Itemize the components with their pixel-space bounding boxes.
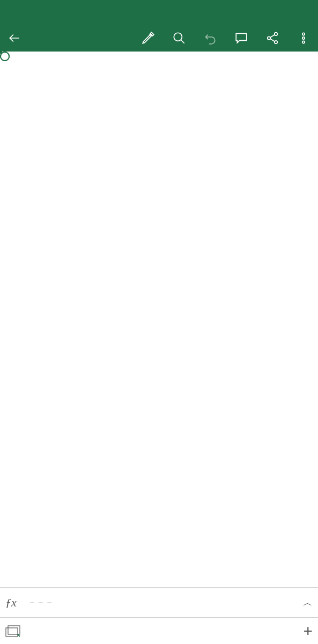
- title-bar: [0, 0, 318, 25]
- sheet-tab-bar: +: [0, 617, 318, 644]
- undo-icon[interactable]: [202, 30, 218, 46]
- comment-icon[interactable]: [233, 30, 249, 46]
- svg-rect-7: [6, 628, 18, 636]
- selection-box: [0, 52, 2, 54]
- formula-content[interactable]: [28, 602, 297, 603]
- svg-point-6: [302, 41, 305, 43]
- spreadsheet-grid[interactable]: [0, 52, 318, 587]
- formula-ref: [47, 602, 51, 603]
- formula-ref: [30, 602, 34, 603]
- svg-rect-8: [8, 626, 20, 634]
- sheets-icon[interactable]: [5, 625, 20, 637]
- formula-ref: [39, 602, 43, 603]
- expand-formula-icon[interactable]: ︿: [303, 596, 313, 609]
- more-icon[interactable]: [295, 30, 312, 46]
- svg-point-0: [174, 33, 182, 41]
- fx-icon: ƒx: [5, 596, 21, 610]
- draw-icon[interactable]: [140, 30, 156, 46]
- add-sheet-button[interactable]: +: [303, 622, 313, 640]
- svg-point-5: [302, 37, 305, 39]
- selection-handle-top-left[interactable]: [0, 52, 10, 61]
- formula-bar[interactable]: ƒx ︿: [0, 587, 318, 617]
- back-button[interactable]: [6, 30, 23, 46]
- toolbar: [0, 25, 318, 52]
- share-icon[interactable]: [264, 30, 280, 46]
- search-icon[interactable]: [171, 30, 187, 46]
- selection-handle-bottom-right[interactable]: [0, 52, 10, 61]
- svg-point-4: [302, 33, 305, 35]
